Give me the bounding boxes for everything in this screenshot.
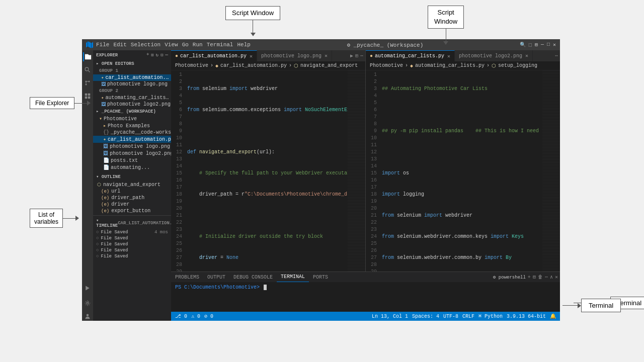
terminal-split[interactable]: ⊞ [533,274,536,280]
run-icon[interactable]: ▶ [350,53,353,59]
status-eol[interactable]: CRLF [462,314,474,319]
window-maximize[interactable]: □ [547,42,550,48]
code-content-1[interactable]: from selenium import webdriver from sele… [185,70,348,272]
tl-label-3: File Saved [101,242,128,247]
tab-logo2[interactable]: photomotive logo2.png ✕ [455,50,533,61]
menu-go[interactable]: Go [182,42,189,48]
activity-settings[interactable] [83,299,92,308]
var-icon-driver: (e) [101,202,109,207]
fn-icon: ⬡ [97,182,101,188]
status-errors[interactable]: ⚠ 0 [191,313,200,319]
refresh-icon[interactable]: ↻ [156,52,158,58]
tree-logo2-png[interactable]: 🖼 photomotive logo2.png [93,150,171,157]
split-icon[interactable]: ⊞ [355,53,358,59]
tree-posts-txt[interactable]: 📄 posts.txt [93,157,171,164]
status-ln-col[interactable]: Ln 13, Col 1 [372,314,408,319]
tab-terminal[interactable]: TERMINAL [277,272,309,282]
tab-logo-png[interactable]: photomotive logo.png ✕ [257,50,332,61]
tab-ports[interactable]: PORTS [309,272,332,282]
terminal-add[interactable]: + [528,275,531,280]
file-name-car-list: car_list_automation.py [105,75,171,80]
bc2-fn[interactable]: setup_logging [498,63,537,68]
status-version[interactable]: 3.9.13 64-bit [507,314,546,319]
menu-edit[interactable]: Edit [113,42,126,48]
timeline-item-5: ○ File Saved [93,253,171,259]
new-folder-icon[interactable]: ⊞ [151,52,153,58]
tree-item-logo2[interactable]: 🖼 photomotive logo2.png [93,101,171,108]
tab-close-4[interactable]: ✕ [525,53,528,59]
outline-section[interactable]: ▾ OUTLINE [93,173,171,180]
file-name-automating: automating_car_lists.py [105,95,171,101]
sidebar: EXPLORER + ⊞ ↻ ⊟ ⋯ ▸ OPEN EDITORS GROUP … [93,50,171,321]
activity-search[interactable] [83,65,92,74]
tree-item-photomotive-logo[interactable]: 🖼 photomotive logo.png [93,81,171,87]
status-branch[interactable]: ⎇ 0 [175,313,187,319]
python-file-icon: ✦ [101,75,104,80]
tab-logo2-label: photomotive logo2.png [459,53,522,59]
bc-file[interactable]: car_list_automation.py [220,63,287,68]
tree-logo-png[interactable]: 🖼 photomotive logo.png [93,143,171,150]
window-search[interactable]: 🔍 [520,42,526,48]
code-content-2[interactable]: ## Automating Photomotive Car Lists ## p… [380,70,542,272]
terminal-trash[interactable]: 🗑 [538,274,543,280]
tree-item-car-list-auto[interactable]: ✦ car_list_automation.py [93,74,171,81]
tree-workspace-file[interactable]: {} _pycache__code-workspace [93,129,171,136]
bc-photomotive[interactable]: Photomotive [175,63,208,68]
status-encoding[interactable]: UTF-8 [443,314,458,319]
more-icon[interactable]: ⋯ [360,53,363,59]
more-icon-2[interactable]: ⋯ [555,53,558,59]
workspace-section[interactable]: ▸ _PCACHE_ (WORKSPACE) [93,108,171,115]
tree-photomotive-folder[interactable]: ▾ Photomotive [93,115,171,122]
timeline-file: car_list_automation.py [118,221,171,226]
tab-debug-console[interactable]: DEBUG CONSOLE [229,272,277,282]
terminal-chevron-up[interactable]: ∧ [550,274,553,280]
activity-explorer[interactable] [83,52,92,61]
tab-problems[interactable]: PROBLEMS [171,272,203,282]
tab-close-3[interactable]: ✕ [447,53,450,59]
tree-photo-examples[interactable]: ▸ Photo Examples [93,122,171,129]
tab-car-list[interactable]: ● car_list_automation.py ✕ [171,50,257,61]
menu-terminal[interactable]: Terminal [207,42,233,48]
status-spaces[interactable]: Spaces: 4 [412,314,439,319]
bc2-photomotive[interactable]: Photomotive [370,63,403,68]
tab-automating[interactable]: ● automating_car_lists.py ✕ [366,50,455,61]
more-actions-icon[interactable]: ⋯ [166,52,168,58]
menu-help[interactable]: Help [237,42,250,48]
terminal-more[interactable]: ⋯ [545,274,548,280]
window-close[interactable]: ✕ [553,42,556,48]
collapse-icon[interactable]: ⊟ [160,52,163,58]
tree-car-list-py[interactable]: ✦ car_list_automation.py [93,136,171,143]
menu-file[interactable]: File [96,42,109,48]
bc2-file[interactable]: automating_car_lists.py [415,63,485,68]
new-file-icon[interactable]: + [146,52,149,58]
bc-fn[interactable]: navigate_and_export [300,63,358,68]
menu-selection[interactable]: Selection [131,42,160,48]
tab-close-2[interactable]: ✕ [325,53,328,59]
activity-account[interactable] [83,312,92,321]
tree-item-automating[interactable]: ✦ automating_car_lists.py [93,95,171,101]
window-sidebar[interactable]: ⬚ [529,42,532,48]
open-editors-section[interactable]: ▸ OPEN EDITORS [93,60,171,67]
terminal-close[interactable]: ✕ [555,274,558,280]
terminal-content[interactable]: PS C:\Documents\Photomotive> [171,282,560,293]
activity-source-control[interactable] [83,78,92,87]
window-minimize[interactable]: — [541,42,544,48]
tab-close-1[interactable]: ✕ [250,53,253,59]
bc2-fn-icon: ⬡ [492,63,496,69]
menu-run[interactable]: Run [193,42,203,48]
window-layout[interactable]: ⊞ [535,42,538,48]
outline-export-button[interactable]: (e) export_button [93,208,171,214]
line-numbers-1: 12345 678910 1112131415 1617181920 21222… [171,70,185,272]
timeline-header[interactable]: ▾ TIMELINE car_list_automation.py [93,217,171,229]
outline-url[interactable]: (e) url [93,188,171,195]
status-python[interactable]: ⌘ Python [478,313,503,319]
tab-output[interactable]: OUTPUT [203,272,229,282]
menu-view[interactable]: View [165,42,178,48]
status-notification[interactable]: 🔔 [550,313,556,319]
tree-automating[interactable]: 📄 automating... [93,164,171,171]
outline-driver-path[interactable]: (e) driver_path [93,195,171,201]
status-info[interactable]: ⊘ 0 [204,313,213,319]
outline-driver[interactable]: (e) driver [93,201,171,208]
activity-run-debug[interactable] [83,284,92,293]
code-line-3 [187,128,348,135]
